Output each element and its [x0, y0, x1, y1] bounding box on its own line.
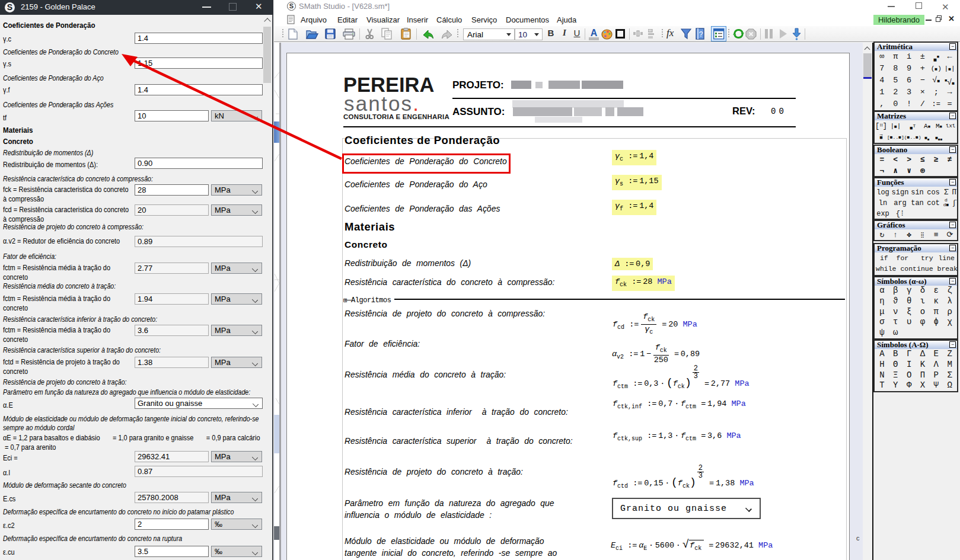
svg-text:?: ? [699, 30, 703, 39]
